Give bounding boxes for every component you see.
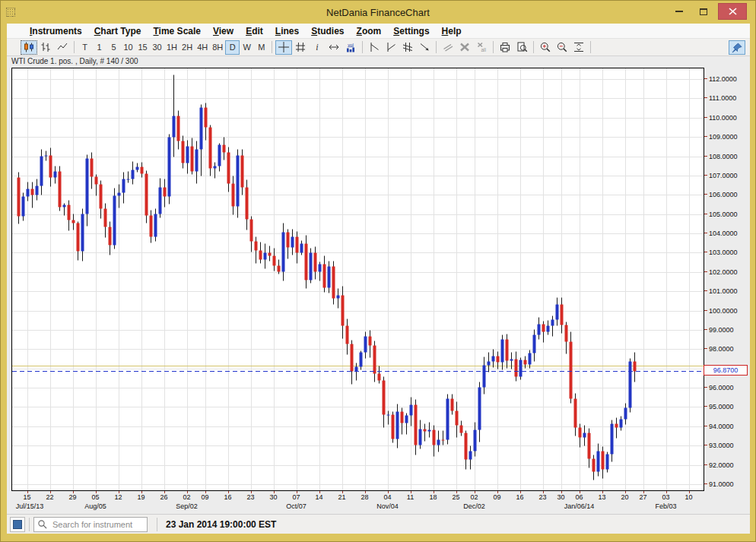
- timeframe-1h[interactable]: 1H: [164, 40, 179, 55]
- chart-type-candlestick[interactable]: [21, 40, 37, 55]
- timeframe-15[interactable]: 15: [135, 40, 150, 55]
- y-axis-label: 93.0000: [704, 442, 734, 449]
- timeframe-8h[interactable]: 8H: [210, 40, 225, 55]
- horizontal-expand[interactable]: [326, 40, 342, 55]
- zoomout-icon: [556, 41, 568, 53]
- timeframe-10[interactable]: 10: [121, 40, 135, 55]
- timeframe-30[interactable]: 30: [150, 40, 164, 55]
- toolbar-separator: [493, 41, 494, 53]
- volume-toggle[interactable]: vol: [342, 40, 359, 55]
- y-axis-label: 108.0000: [704, 153, 738, 160]
- y-axis-tick: [704, 464, 707, 465]
- fit-vertical[interactable]: [570, 40, 587, 55]
- menu-view[interactable]: View: [207, 24, 240, 38]
- chart-plot[interactable]: [11, 68, 704, 491]
- zoom-in[interactable]: [537, 40, 554, 55]
- timeframe-1[interactable]: 1: [92, 40, 106, 55]
- chart-type-line[interactable]: [54, 40, 71, 55]
- y-axis-tick: [704, 214, 707, 214]
- timeframe-daily[interactable]: D: [225, 40, 240, 55]
- y-axis-tick: [704, 483, 707, 484]
- timeframe-4h[interactable]: 4H: [195, 40, 210, 55]
- channel-icon: [402, 41, 414, 53]
- menu-lines[interactable]: Lines: [269, 24, 305, 38]
- x-axis-day-label: 30: [269, 493, 277, 501]
- trendline2-icon: [385, 41, 397, 53]
- timeframe-1-label: 1: [97, 43, 101, 52]
- search-icon: [37, 519, 48, 530]
- svg-text:all: all: [481, 47, 487, 52]
- timeframe-5-label: 5: [111, 43, 116, 52]
- app-icon: [6, 8, 15, 17]
- arrow-tool[interactable]: [416, 40, 433, 55]
- trend-line-up[interactable]: [383, 40, 399, 55]
- crosshair[interactable]: [275, 40, 292, 55]
- instrument-button[interactable]: [10, 517, 25, 532]
- zoom-out[interactable]: [554, 40, 570, 55]
- timeframe-5[interactable]: 5: [106, 40, 121, 55]
- y-axis-label: 109.0000: [704, 133, 738, 141]
- menu-settings[interactable]: Settings: [387, 24, 435, 38]
- menu-instruments[interactable]: Instruments: [24, 24, 88, 38]
- y-axis-tick: [704, 271, 707, 272]
- y-axis-label: 106.0000: [704, 191, 738, 198]
- svg-text:i: i: [316, 42, 319, 52]
- parallel-lines[interactable]: [440, 40, 456, 55]
- x-axis-day-label: 27: [639, 493, 646, 501]
- current-price-label: 96.8700: [704, 365, 748, 376]
- channel-lines[interactable]: [399, 40, 416, 55]
- menu-bar: InstrumentsChart TypeTime ScaleViewEditL…: [7, 24, 750, 39]
- timeframe-monthly-label: M: [258, 43, 265, 52]
- info[interactable]: i: [309, 40, 326, 55]
- crosshair-icon: [278, 41, 290, 53]
- timeframe-tick-label: T: [82, 43, 87, 52]
- y-axis-label: 100.0000: [704, 307, 738, 315]
- deleteall-icon: all: [475, 41, 488, 53]
- y-axis-tick: [704, 348, 707, 349]
- print[interactable]: [497, 40, 513, 55]
- menu-zoom[interactable]: Zoom: [351, 24, 388, 38]
- y-axis-tick: [704, 175, 707, 176]
- timeframe-2h[interactable]: 2H: [179, 40, 195, 55]
- pin-panel[interactable]: [729, 40, 745, 55]
- print-preview[interactable]: [513, 40, 530, 55]
- x-axis-month-label: Aug/05: [84, 502, 106, 510]
- x-axis-day-label: 25: [452, 493, 459, 501]
- maximize-button[interactable]: [694, 3, 713, 20]
- y-axis-label: 102.0000: [704, 268, 738, 276]
- grid-toggle[interactable]: [292, 40, 309, 55]
- timeframe-weekly[interactable]: W: [240, 40, 254, 55]
- menu-studies[interactable]: Studies: [305, 24, 350, 38]
- svg-text:vol: vol: [348, 43, 354, 47]
- x-axis-day-label: 16: [516, 493, 523, 501]
- menu-chart-type[interactable]: Chart Type: [88, 24, 148, 38]
- y-axis-label: 107.0000: [704, 172, 738, 179]
- x-axis-day-label: 07: [292, 493, 300, 501]
- x-axis-day-label: 23: [538, 493, 546, 501]
- close-button[interactable]: [718, 3, 747, 20]
- timeframe-10-label: 10: [123, 43, 132, 52]
- x-axis-day-label: 18: [429, 493, 437, 501]
- y-axis-tick: [704, 387, 707, 388]
- x-axis-month-label: Jan/06/14: [564, 502, 595, 510]
- delete-line[interactable]: [456, 40, 473, 55]
- timeframe-monthly[interactable]: M: [254, 40, 268, 55]
- menu-edit[interactable]: Edit: [240, 24, 269, 38]
- minimize-button[interactable]: [669, 3, 689, 20]
- y-axis-label: 101.0000: [704, 287, 738, 295]
- toolbar: T151015301H2H4H8HDWMivolall: [7, 39, 750, 56]
- search-input[interactable]: [33, 517, 148, 532]
- x-axis-day-label: 19: [137, 493, 145, 501]
- timeframe-tick[interactable]: T: [78, 40, 92, 55]
- zoomin-icon: [539, 41, 551, 53]
- arrowtool-icon: [418, 41, 430, 53]
- trend-line-down[interactable]: [366, 40, 383, 55]
- y-axis-label: 94.0000: [704, 423, 734, 430]
- menu-time-scale[interactable]: Time Scale: [147, 24, 207, 38]
- menu-help[interactable]: Help: [436, 24, 468, 38]
- chart-type-bars[interactable]: [37, 40, 54, 55]
- delete-all-lines[interactable]: all: [473, 40, 490, 55]
- statusbar-divider: [157, 518, 157, 531]
- x-axis-day-label: 04: [383, 493, 391, 501]
- y-axis-label: 91.0000: [704, 480, 734, 488]
